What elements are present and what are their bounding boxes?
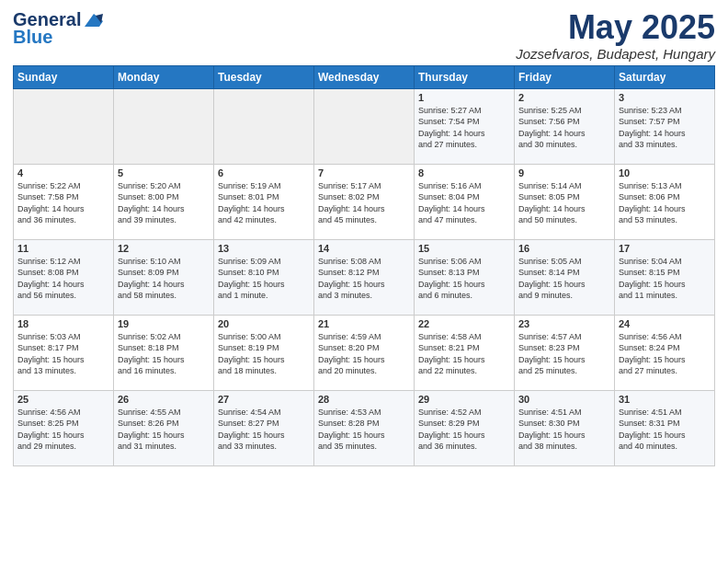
day-number: 20 [218,318,310,329]
calendar-cell: 26Sunrise: 4:55 AM Sunset: 8:26 PM Dayli… [114,390,214,465]
week-row-3: 11Sunrise: 5:12 AM Sunset: 8:08 PM Dayli… [14,239,715,315]
month-title: May 2025 [516,9,715,46]
day-info: Sunrise: 5:06 AM Sunset: 8:13 PM Dayligh… [418,256,510,302]
day-info: Sunrise: 5:03 AM Sunset: 8:17 PM Dayligh… [17,331,109,377]
calendar-cell: 25Sunrise: 4:56 AM Sunset: 8:25 PM Dayli… [14,390,114,465]
calendar-cell: 28Sunrise: 4:53 AM Sunset: 8:28 PM Dayli… [314,390,415,465]
day-info: Sunrise: 5:23 AM Sunset: 7:57 PM Dayligh… [619,105,711,151]
calendar-cell: 13Sunrise: 5:09 AM Sunset: 8:10 PM Dayli… [214,239,314,315]
day-number: 15 [418,243,510,254]
day-info: Sunrise: 4:51 AM Sunset: 8:31 PM Dayligh… [619,407,711,453]
day-number: 13 [218,243,310,254]
day-info: Sunrise: 4:58 AM Sunset: 8:21 PM Dayligh… [418,331,510,377]
day-info: Sunrise: 4:54 AM Sunset: 8:27 PM Dayligh… [218,407,310,453]
calendar-cell: 3Sunrise: 5:23 AM Sunset: 7:57 PM Daylig… [615,88,715,164]
day-info: Sunrise: 5:05 AM Sunset: 8:14 PM Dayligh… [518,256,610,302]
calendar-cell: 17Sunrise: 5:04 AM Sunset: 8:15 PM Dayli… [615,239,715,315]
day-number: 23 [518,318,610,329]
day-header-saturday: Saturday [615,65,715,88]
day-info: Sunrise: 5:08 AM Sunset: 8:12 PM Dayligh… [318,256,410,302]
day-number: 1 [418,92,510,103]
day-info: Sunrise: 4:57 AM Sunset: 8:23 PM Dayligh… [518,331,610,377]
calendar-cell: 21Sunrise: 4:59 AM Sunset: 8:20 PM Dayli… [314,315,415,390]
day-number: 17 [619,243,711,254]
day-info: Sunrise: 4:56 AM Sunset: 8:25 PM Dayligh… [17,407,109,453]
day-number: 26 [118,394,210,405]
day-info: Sunrise: 4:55 AM Sunset: 8:26 PM Dayligh… [118,407,210,453]
calendar-cell: 30Sunrise: 4:51 AM Sunset: 8:30 PM Dayli… [515,390,615,465]
day-number: 31 [619,394,711,405]
day-info: Sunrise: 5:20 AM Sunset: 8:00 PM Dayligh… [118,180,210,226]
day-number: 29 [418,394,510,405]
calendar-header-row: SundayMondayTuesdayWednesdayThursdayFrid… [14,65,715,88]
day-number: 6 [218,167,310,178]
calendar-cell: 16Sunrise: 5:05 AM Sunset: 8:14 PM Dayli… [515,239,615,315]
calendar-cell [114,88,214,164]
day-header-wednesday: Wednesday [314,65,415,88]
week-row-4: 18Sunrise: 5:03 AM Sunset: 8:17 PM Dayli… [14,315,715,390]
day-info: Sunrise: 4:52 AM Sunset: 8:29 PM Dayligh… [418,407,510,453]
day-header-sunday: Sunday [14,65,114,88]
calendar-cell: 15Sunrise: 5:06 AM Sunset: 8:13 PM Dayli… [415,239,515,315]
calendar-cell: 6Sunrise: 5:19 AM Sunset: 8:01 PM Daylig… [214,164,314,239]
day-number: 18 [17,318,109,329]
day-info: Sunrise: 5:10 AM Sunset: 8:09 PM Dayligh… [118,256,210,302]
calendar-cell: 29Sunrise: 4:52 AM Sunset: 8:29 PM Dayli… [415,390,515,465]
day-number: 30 [518,394,610,405]
day-info: Sunrise: 5:16 AM Sunset: 8:04 PM Dayligh… [418,180,510,226]
day-number: 4 [17,167,109,178]
day-info: Sunrise: 4:56 AM Sunset: 8:24 PM Dayligh… [619,331,711,377]
day-number: 3 [619,92,711,103]
day-info: Sunrise: 5:09 AM Sunset: 8:10 PM Dayligh… [218,256,310,302]
calendar-cell: 11Sunrise: 5:12 AM Sunset: 8:08 PM Dayli… [14,239,114,315]
calendar-cell: 31Sunrise: 4:51 AM Sunset: 8:31 PM Dayli… [615,390,715,465]
day-info: Sunrise: 5:19 AM Sunset: 8:01 PM Dayligh… [218,180,310,226]
calendar-cell: 19Sunrise: 5:02 AM Sunset: 8:18 PM Dayli… [114,315,214,390]
logo: General Blue [13,9,103,48]
day-number: 21 [318,318,410,329]
day-number: 16 [518,243,610,254]
calendar-container: General Blue May 2025 Jozsefvaros, Budap… [0,0,728,476]
calendar-cell: 9Sunrise: 5:14 AM Sunset: 8:05 PM Daylig… [515,164,615,239]
day-number: 22 [418,318,510,329]
calendar-cell: 20Sunrise: 5:00 AM Sunset: 8:19 PM Dayli… [214,315,314,390]
calendar-cell: 14Sunrise: 5:08 AM Sunset: 8:12 PM Dayli… [314,239,415,315]
week-row-5: 25Sunrise: 4:56 AM Sunset: 8:25 PM Dayli… [14,390,715,465]
calendar-cell: 12Sunrise: 5:10 AM Sunset: 8:09 PM Dayli… [114,239,214,315]
calendar-cell: 5Sunrise: 5:20 AM Sunset: 8:00 PM Daylig… [114,164,214,239]
day-number: 9 [518,167,610,178]
day-number: 8 [418,167,510,178]
week-row-1: 1Sunrise: 5:27 AM Sunset: 7:54 PM Daylig… [14,88,715,164]
day-number: 24 [619,318,711,329]
day-info: Sunrise: 5:22 AM Sunset: 7:58 PM Dayligh… [17,180,109,226]
day-header-tuesday: Tuesday [214,65,314,88]
day-info: Sunrise: 4:59 AM Sunset: 8:20 PM Dayligh… [318,331,410,377]
logo-icon [83,12,103,29]
day-info: Sunrise: 5:27 AM Sunset: 7:54 PM Dayligh… [418,105,510,151]
calendar-cell: 24Sunrise: 4:56 AM Sunset: 8:24 PM Dayli… [615,315,715,390]
day-info: Sunrise: 5:12 AM Sunset: 8:08 PM Dayligh… [17,256,109,302]
day-number: 11 [17,243,109,254]
calendar-cell [214,88,314,164]
day-header-thursday: Thursday [415,65,515,88]
day-number: 25 [17,394,109,405]
day-number: 28 [318,394,410,405]
day-info: Sunrise: 4:53 AM Sunset: 8:28 PM Dayligh… [318,407,410,453]
calendar-cell [14,88,114,164]
calendar-cell: 4Sunrise: 5:22 AM Sunset: 7:58 PM Daylig… [14,164,114,239]
day-header-friday: Friday [515,65,615,88]
day-info: Sunrise: 5:17 AM Sunset: 8:02 PM Dayligh… [318,180,410,226]
calendar-cell [314,88,415,164]
logo-blue: Blue [13,27,52,48]
day-info: Sunrise: 5:04 AM Sunset: 8:15 PM Dayligh… [619,256,711,302]
calendar-cell: 23Sunrise: 4:57 AM Sunset: 8:23 PM Dayli… [515,315,615,390]
day-number: 14 [318,243,410,254]
location: Jozsefvaros, Budapest, Hungary [516,46,715,62]
calendar-cell: 22Sunrise: 4:58 AM Sunset: 8:21 PM Dayli… [415,315,515,390]
calendar-cell: 7Sunrise: 5:17 AM Sunset: 8:02 PM Daylig… [314,164,415,239]
day-info: Sunrise: 5:13 AM Sunset: 8:06 PM Dayligh… [619,180,711,226]
calendar-table: SundayMondayTuesdayWednesdayThursdayFrid… [13,65,715,466]
calendar-cell: 10Sunrise: 5:13 AM Sunset: 8:06 PM Dayli… [615,164,715,239]
header: General Blue May 2025 Jozsefvaros, Budap… [13,9,715,62]
week-row-2: 4Sunrise: 5:22 AM Sunset: 7:58 PM Daylig… [14,164,715,239]
